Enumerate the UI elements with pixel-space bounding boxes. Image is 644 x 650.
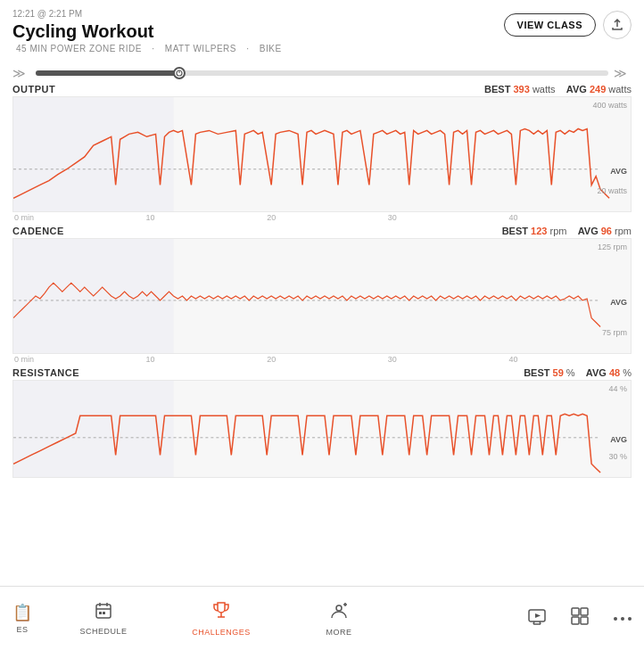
- output-svg: [13, 97, 631, 211]
- grid-icon: [570, 606, 590, 630]
- cadence-label: CADENCE: [12, 226, 64, 236]
- svg-rect-12: [99, 612, 102, 614]
- schedule-icon: [95, 602, 112, 624]
- more-icon: [329, 601, 349, 625]
- resistance-stats: BEST 59 % AVG 48 %: [524, 367, 632, 378]
- resistance-label: RESISTANCE: [12, 367, 79, 378]
- view-class-button[interactable]: VIEW CLASS: [504, 13, 596, 37]
- separator1: ·: [152, 44, 154, 53]
- timeline-progress: [36, 70, 185, 76]
- resistance-y-min: 30 %: [608, 452, 627, 461]
- header: 12:21 @ 2:21 PM Cycling Workout 45 MIN P…: [0, 0, 644, 59]
- partial-icon: 📋: [12, 603, 32, 622]
- equipment: BIKE: [260, 44, 282, 53]
- nav-item-more[interactable]: MORE: [280, 587, 398, 650]
- cadence-svg: [13, 239, 631, 353]
- cadence-section: CADENCE BEST 123 rpm AVG 96 rpm 125 rpm …: [12, 226, 632, 364]
- resistance-y-max: 44 %: [608, 384, 627, 393]
- nav-item-partial[interactable]: 📋 ES: [0, 587, 45, 650]
- svg-rect-21: [572, 608, 579, 615]
- svg-rect-24: [581, 617, 588, 624]
- svg-rect-2: [13, 97, 173, 211]
- challenges-icon: [211, 601, 231, 625]
- nav-icon-dots[interactable]: [601, 587, 644, 650]
- svg-point-26: [621, 617, 624, 621]
- instructor: MATT WILPERS: [165, 44, 236, 53]
- nav-icon-grid[interactable]: [558, 587, 601, 650]
- svg-rect-23: [572, 617, 579, 624]
- share-button[interactable]: [603, 11, 632, 39]
- output-stats: BEST 393 watts AVG 249 watts: [484, 84, 632, 95]
- svg-rect-6: [13, 381, 173, 477]
- output-label: OUTPUT: [12, 84, 55, 95]
- charts-area: OUTPUT BEST 393 watts AVG 249 watts 400 …: [0, 84, 644, 481]
- tv-icon: [527, 606, 547, 630]
- challenges-label: CHALLENGES: [192, 628, 251, 637]
- dots-icon: [613, 609, 632, 628]
- svg-rect-13: [103, 612, 105, 614]
- more-label: MORE: [326, 628, 352, 637]
- header-subtitle: 45 MIN POWER ZONE RIDE · MATT WILPERS · …: [12, 44, 632, 53]
- output-y-max: 400 watts: [592, 101, 627, 110]
- cadence-x-labels: 0 min 10 20 30 40: [12, 354, 632, 364]
- resistance-header: RESISTANCE BEST 59 % AVG 48 %: [12, 367, 632, 378]
- resistance-section: RESISTANCE BEST 59 % AVG 48 % 44 % AVG 3…: [12, 367, 632, 478]
- partial-label: ES: [16, 625, 28, 634]
- output-header: OUTPUT BEST 393 watts AVG 249 watts: [12, 84, 632, 95]
- output-y-min: 20 watts: [597, 186, 627, 195]
- nav-item-schedule[interactable]: SCHEDULE: [45, 587, 162, 650]
- cadence-chart: 125 rpm AVG 75 rpm: [12, 238, 632, 354]
- timeline-start-icon: ≫: [12, 66, 30, 80]
- timeline-end-icon: ≫: [614, 66, 632, 80]
- bottom-nav: 📋 ES SCHEDULE CHALLENGES: [0, 586, 644, 650]
- nav-item-challenges[interactable]: CHALLENGES: [162, 587, 280, 650]
- cadence-stats: BEST 123 rpm AVG 96 rpm: [502, 226, 632, 236]
- timeline-marker: [173, 67, 186, 79]
- svg-rect-22: [581, 608, 588, 615]
- output-avg-label: AVG: [610, 167, 627, 176]
- resistance-chart: 44 % AVG 30 %: [12, 380, 632, 478]
- svg-point-16: [336, 605, 342, 611]
- schedule-label: SCHEDULE: [79, 627, 127, 636]
- output-chart: 400 watts AVG 20 watts: [12, 96, 632, 212]
- svg-rect-8: [96, 605, 111, 618]
- separator2: ·: [246, 44, 249, 53]
- resistance-svg: [13, 381, 631, 477]
- svg-point-27: [628, 617, 632, 621]
- cadence-y-min: 75 rpm: [602, 328, 627, 337]
- resistance-avg-label: AVG: [610, 435, 627, 444]
- workout-type: 45 MIN POWER ZONE RIDE: [16, 44, 142, 53]
- output-section: OUTPUT BEST 393 watts AVG 249 watts 400 …: [12, 84, 632, 222]
- nav-icon-tv[interactable]: [516, 587, 558, 650]
- header-actions: VIEW CLASS: [504, 11, 632, 39]
- timeline-bar[interactable]: ≫ ≫: [0, 59, 644, 84]
- timeline-track[interactable]: [36, 70, 608, 76]
- cadence-avg-label: AVG: [610, 298, 627, 307]
- cadence-y-max: 125 rpm: [598, 243, 627, 251]
- output-x-labels: 0 min 10 20 30 40: [12, 212, 632, 222]
- svg-point-25: [614, 617, 617, 621]
- cadence-header: CADENCE BEST 123 rpm AVG 96 rpm: [12, 226, 632, 236]
- svg-marker-20: [535, 613, 541, 618]
